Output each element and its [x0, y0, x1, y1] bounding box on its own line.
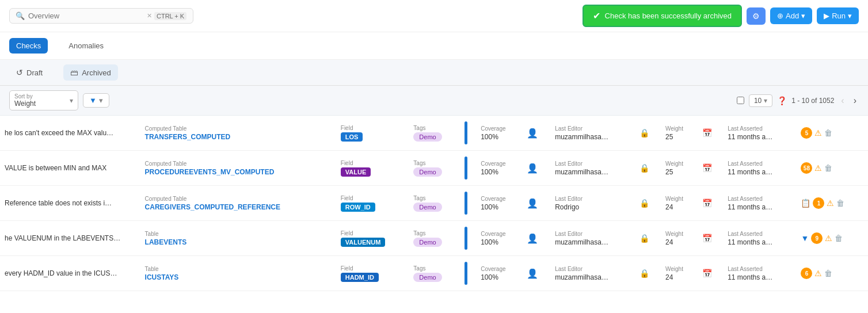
clipboard-icon[interactable]: 📋	[801, 199, 810, 208]
draft-label: Draft	[26, 68, 43, 77]
delete-icon[interactable]: 🗑	[824, 163, 832, 173]
page-size-value: 10	[754, 97, 762, 105]
asserted-cell: Last Asserted 11 months a…	[723, 151, 796, 186]
clear-icon[interactable]: ✕	[147, 12, 152, 20]
delete-icon[interactable]: 🗑	[835, 234, 843, 243]
person-icon: 👤	[527, 163, 538, 173]
field-label: Field	[341, 125, 405, 131]
asserted-cell: Last Asserted 11 months a…	[723, 116, 796, 151]
run-button[interactable]: ▶ Run ▾	[817, 7, 859, 24]
tags-cell: Tags Demo	[409, 151, 459, 186]
bar-cell	[460, 186, 476, 221]
page-size-select[interactable]: 10 ▾	[749, 94, 772, 107]
tab-anomalies[interactable]: Anomalies	[62, 38, 111, 54]
delete-icon[interactable]: 🗑	[824, 269, 832, 278]
table-name-value: CAREGIVERS_COMPUTED_REFERENCE	[145, 203, 280, 211]
action-icons: 5 ⚠ 🗑	[801, 127, 863, 139]
filter-icon-sm[interactable]: ▼	[801, 234, 809, 243]
field-label: Field	[341, 265, 405, 272]
main-tab-bar: Checks Anomalies	[0, 32, 868, 60]
field-label: Field	[341, 230, 405, 236]
warning-icon: ⚠	[827, 199, 834, 208]
coverage-cell: Coverage 100%	[476, 186, 522, 221]
calendar-icon: 📅	[702, 163, 712, 173]
coverage-label: Coverage	[481, 125, 517, 132]
anomaly-count-badge: 5	[801, 127, 812, 139]
draft-icon: ↺	[16, 68, 23, 77]
table-type-label: Computed Table	[145, 196, 332, 202]
weight-value: 25	[665, 133, 673, 141]
bar-cell	[460, 256, 476, 291]
check-name-cell: VALUE is between MIN and MAX	[0, 151, 140, 186]
field-badge: ROW_ID	[341, 203, 375, 212]
person-icon-cell: 👤	[522, 116, 550, 151]
main-tabs: Checks Anomalies	[9, 38, 111, 54]
top-bar: 🔍 ✕ CTRL + K ✔ Check has been successful…	[0, 0, 868, 32]
lock-icon-cell: 🔒	[635, 151, 661, 186]
weight-label: Weight	[665, 231, 693, 237]
prev-page-button[interactable]: ‹	[839, 94, 846, 107]
table-name-value: PROCEDUREEVENTS_MV_COMPUTED	[145, 168, 275, 176]
tab-draft[interactable]: ↺ Draft	[9, 64, 50, 81]
check-name-cell: Reference table does not exists i…	[0, 186, 140, 221]
check-circle-icon: ✔	[593, 10, 600, 21]
asserted-value: 11 months a…	[728, 273, 772, 281]
delete-icon[interactable]: 🗑	[824, 128, 832, 138]
editor-value: muzammilhasa…	[555, 133, 608, 141]
action-cell: 📋 1 ⚠ 🗑	[796, 186, 868, 221]
success-toast: ✔ Check has been successfully archived	[583, 5, 742, 27]
table-row: Reference table does not exists i… Compu…	[0, 186, 868, 221]
field-badge: VALUE	[341, 167, 371, 177]
weight-cell: Weight 25	[661, 116, 698, 151]
check-name-text: VALUE is between MIN and MAX	[5, 164, 106, 172]
search-input[interactable]	[28, 12, 143, 20]
calendar-icon: 📅	[702, 234, 712, 243]
pagination-info: 1 - 10 of 1052	[791, 97, 834, 105]
asserted-label: Last Asserted	[728, 196, 791, 202]
asserted-label: Last Asserted	[728, 266, 791, 272]
filter-chevron-icon: ▾	[99, 96, 103, 105]
tag-badge: Demo	[413, 273, 441, 282]
tab-checks[interactable]: Checks	[9, 38, 48, 54]
table-type-label: Table	[145, 266, 332, 272]
table-type-cell: Table ICUSTAYS	[140, 256, 336, 291]
table-row: he VALUENUM in the LABEVENTS… Table LABE…	[0, 221, 868, 256]
weight-cell: Weight 24	[661, 256, 698, 291]
calendar-icon-cell: 📅	[698, 186, 724, 221]
asserted-value: 11 months a…	[728, 168, 772, 176]
table-row: VALUE is between MIN and MAX Computed Ta…	[0, 151, 868, 186]
search-icon: 🔍	[16, 12, 25, 20]
editor-label: Last Editor	[555, 196, 630, 202]
weight-label: Weight	[665, 161, 693, 167]
delete-icon[interactable]: 🗑	[836, 199, 844, 208]
next-page-button[interactable]: ›	[851, 94, 859, 107]
tab-archived[interactable]: 🗃 Archived	[63, 64, 118, 81]
lock-icon-cell: 🔒	[635, 221, 661, 256]
bar-cell	[460, 151, 476, 186]
sort-by-select[interactable]: Sort by Weight ▾	[9, 90, 78, 110]
add-button[interactable]: ⊕ Add ▾	[770, 7, 812, 24]
person-icon: 👤	[527, 128, 538, 138]
search-box[interactable]: 🔍 ✕ CTRL + K	[9, 8, 193, 24]
archive-icon: 🗃	[70, 68, 78, 77]
warning-icon: ⚠	[825, 234, 832, 243]
filter-right: 10 ▾ ❓ 1 - 10 of 1052 ‹ ›	[737, 94, 859, 107]
filter-button[interactable]: ▼ ▾	[83, 93, 109, 108]
table-type-label: Table	[145, 231, 332, 237]
field-badge: LOS	[341, 132, 363, 142]
check-name-text: Reference table does not exists i…	[5, 199, 112, 207]
filter-bar: Sort by Weight ▾ ▼ ▾ 10 ▾ ❓ 1 - 10 of 10…	[0, 86, 868, 116]
table-row: he los can't exceed the MAX valu… Comput…	[0, 116, 868, 151]
table-type-cell: Table LABEVENTS	[140, 221, 336, 256]
add-chevron-icon: ▾	[801, 12, 805, 20]
select-all-checkbox[interactable]	[737, 97, 744, 104]
table-type-cell: Computed Table CAREGIVERS_COMPUTED_REFER…	[140, 186, 336, 221]
calendar-icon-cell: 📅	[698, 256, 724, 291]
editor-value: muzammilhasa…	[555, 273, 608, 281]
asserted-label: Last Asserted	[728, 161, 791, 167]
settings-button[interactable]: ⚙	[747, 7, 766, 25]
field-cell: Field ROW_ID	[336, 186, 409, 221]
check-name-cell: he los can't exceed the MAX valu…	[0, 116, 140, 151]
coverage-value: 100%	[481, 238, 498, 246]
field-badge: VALUENUM	[341, 238, 386, 247]
